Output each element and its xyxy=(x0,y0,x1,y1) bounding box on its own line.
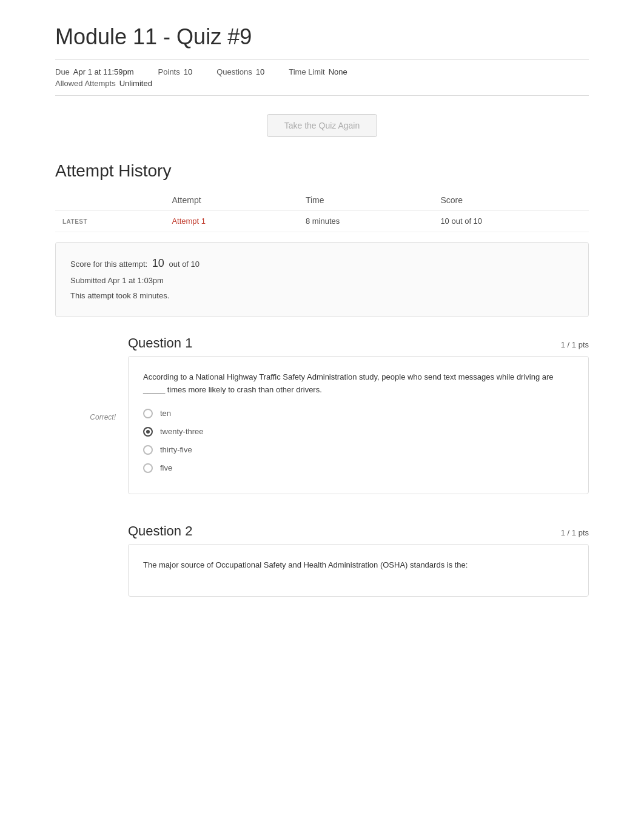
option-label-1-2: twenty-three xyxy=(160,427,204,436)
attempt-history-title: Attempt History xyxy=(55,161,589,181)
page-title: Module 11 - Quiz #9 xyxy=(55,24,589,50)
question-title-2: Question 2 xyxy=(128,523,192,539)
answer-option-1-4[interactable]: five xyxy=(143,463,574,473)
attempt-score: 10 out of 10 xyxy=(433,210,589,232)
question-box-2: The major source of Occupational Safety … xyxy=(128,544,589,597)
score-out-of: out of 10 xyxy=(169,260,200,269)
option-label-1-3: thirty-five xyxy=(160,445,192,454)
latest-badge: LATEST xyxy=(62,218,87,225)
question-header-2: Question 21 / 1 pts xyxy=(128,523,589,539)
allowed-attempts-label: Allowed Attempts xyxy=(55,79,116,88)
question-pts-1: 1 / 1 pts xyxy=(561,340,589,349)
attempt-time: 8 minutes xyxy=(298,210,434,232)
col-badge xyxy=(55,190,164,210)
question-header-1: Question 11 / 1 pts xyxy=(128,335,589,351)
radio-circle-1-2 xyxy=(143,427,153,437)
take-quiz-button[interactable]: Take the Quiz Again xyxy=(267,114,378,137)
col-score: Score xyxy=(433,190,589,210)
submitted-detail: Submitted Apr 1 at 1:03pm xyxy=(70,275,574,287)
questions-value: 10 xyxy=(256,67,264,76)
answer-option-1-1[interactable]: ten xyxy=(143,409,574,418)
correct-side-label-1: Correct! xyxy=(55,335,128,499)
time-limit-label: Time Limit xyxy=(289,67,324,76)
question-text-1: According to a National Highway Traffic … xyxy=(143,371,574,397)
answer-option-1-2[interactable]: twenty-three xyxy=(143,427,574,437)
score-detail: Score for this attempt: 10 out of 10 xyxy=(70,255,574,272)
question-content-2: Question 21 / 1 ptsThe major source of O… xyxy=(128,523,589,602)
question-title-1: Question 1 xyxy=(128,335,192,351)
attempt-details-box: Score for this attempt: 10 out of 10 Sub… xyxy=(55,242,589,317)
radio-circle-1-3 xyxy=(143,445,153,455)
attempt-history-table: Attempt Time Score LATEST Attempt 1 8 mi… xyxy=(55,190,589,232)
question-text-2: The major source of Occupational Safety … xyxy=(143,559,574,572)
option-label-1-4: five xyxy=(160,463,172,472)
allowed-attempts-value: Unlimited xyxy=(119,79,152,88)
radio-circle-1-1 xyxy=(143,409,153,418)
radio-circle-1-4 xyxy=(143,463,153,473)
question-wrapper-2: Question 21 / 1 ptsThe major source of O… xyxy=(55,523,589,602)
points-label: Points xyxy=(158,67,180,76)
question-content-1: Question 11 / 1 ptsAccording to a Nation… xyxy=(128,335,589,499)
option-label-1-1: ten xyxy=(160,409,171,418)
attempt-link[interactable]: Attempt 1 xyxy=(172,216,206,226)
take-quiz-section: Take the Quiz Again xyxy=(55,114,589,137)
due-label: Due xyxy=(55,67,70,76)
score-detail-label: Score for this attempt: xyxy=(70,260,147,269)
answer-option-1-3[interactable]: thirty-five xyxy=(143,445,574,455)
questions-label: Questions xyxy=(216,67,252,76)
quiz-meta-bar: Due Apr 1 at 11:59pm Points 10 Questions… xyxy=(55,59,589,96)
points-value: 10 xyxy=(184,67,192,76)
correct-side-label-2 xyxy=(55,523,128,602)
col-attempt: Attempt xyxy=(164,190,298,210)
question-box-1: According to a National Highway Traffic … xyxy=(128,356,589,494)
duration-detail: This attempt took 8 minutes. xyxy=(70,290,574,303)
questions-container: Correct!Question 11 / 1 ptsAccording to … xyxy=(55,335,589,601)
table-row: LATEST Attempt 1 8 minutes 10 out of 10 xyxy=(55,210,589,232)
col-time: Time xyxy=(298,190,434,210)
question-pts-2: 1 / 1 pts xyxy=(561,528,589,537)
score-detail-value: 10 xyxy=(152,257,164,269)
time-limit-value: None xyxy=(329,67,347,76)
question-wrapper-1: Correct!Question 11 / 1 ptsAccording to … xyxy=(55,335,589,499)
due-value: Apr 1 at 11:59pm xyxy=(73,67,134,76)
